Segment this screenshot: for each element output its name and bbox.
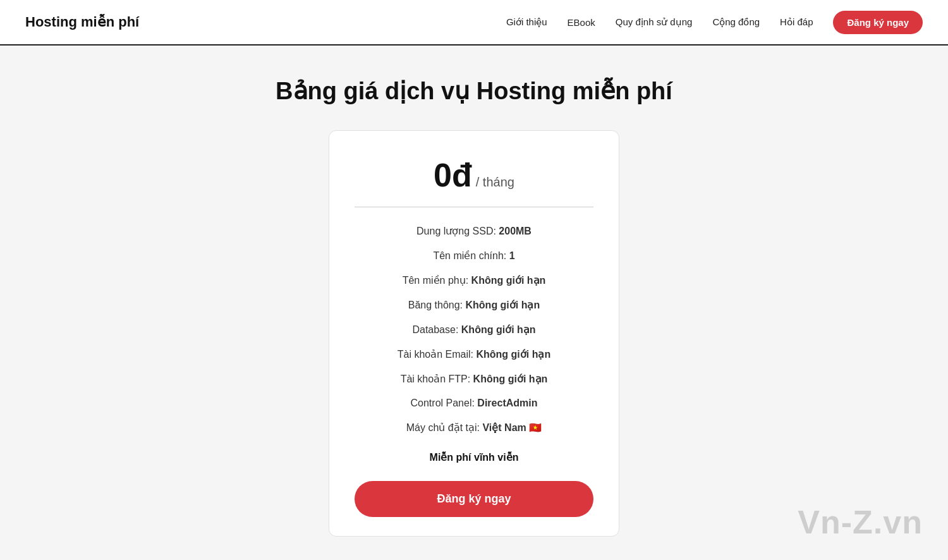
price-value: 0đ — [434, 157, 472, 193]
price-divider — [355, 207, 593, 207]
feature-control-panel-value: DirectAdmin — [477, 398, 537, 408]
nav-item-cong-dong[interactable]: Cộng đồng — [712, 16, 760, 28]
feature-database: Database: Không giới hạn — [355, 324, 593, 336]
feature-bandwidth: Băng thông: Không giới hạn — [355, 299, 593, 311]
pricing-card-wrapper: 0đ/ tháng Dung lượng SSD: 200MB Tên miền… — [0, 124, 948, 560]
feature-main-domain-label: Tên miền chính: — [433, 250, 509, 261]
feature-ssd-label: Dung lượng SSD: — [416, 226, 499, 236]
pricing-card: 0đ/ tháng Dung lượng SSD: 200MB Tên miền… — [329, 130, 619, 537]
feature-database-value: Không giới hạn — [461, 324, 536, 335]
nav-item-quy-dinh[interactable]: Quy định sử dụng — [616, 16, 693, 28]
feature-ssd: Dung lượng SSD: 200MB — [355, 225, 593, 237]
nav-cta-button[interactable]: Đăng ký ngay — [833, 11, 923, 34]
nav-item-hoi-dap[interactable]: Hỏi đáp — [780, 16, 813, 28]
page-title: Bảng giá dịch vụ Hosting miễn phí — [13, 77, 935, 105]
feature-control-panel: Control Panel: DirectAdmin — [355, 398, 593, 409]
feature-ftp-label: Tài khoản FTP: — [401, 374, 473, 384]
cta-button[interactable]: Đăng ký ngay — [355, 481, 593, 517]
feature-sub-domain-label: Tên miền phụ: — [403, 275, 471, 286]
nav-item-ebook[interactable]: EBook — [568, 17, 595, 28]
brand-logo: Hosting miễn phí — [25, 14, 139, 30]
page-title-section: Bảng giá dịch vụ Hosting miễn phí — [0, 46, 948, 124]
feature-server-location-label: Máy chủ đặt tại: — [406, 422, 483, 433]
feature-bandwidth-value: Không giới hạn — [466, 300, 540, 310]
feature-ftp: Tài khoản FTP: Không giới hạn — [355, 373, 593, 385]
feature-bandwidth-label: Băng thông: — [408, 300, 466, 310]
feature-main-domain: Tên miền chính: 1 — [355, 250, 593, 262]
feature-database-label: Database: — [412, 324, 461, 335]
feature-server-location-value: Việt Nam 🇻🇳 — [482, 422, 542, 433]
feature-ssd-value: 200MB — [499, 226, 532, 236]
feature-email: Tài khoản Email: Không giới hạn — [355, 348, 593, 360]
feature-control-panel-label: Control Panel: — [411, 398, 478, 408]
navbar: Hosting miễn phí Giới thiệu EBook Quy đị… — [0, 0, 948, 46]
price-period: / tháng — [476, 175, 514, 189]
feature-email-value: Không giới hạn — [476, 349, 550, 360]
nav-item-gioi-thieu[interactable]: Giới thiệu — [506, 16, 547, 28]
feature-ftp-value: Không giới hạn — [473, 374, 548, 384]
feature-sub-domain-value: Không giới hạn — [471, 275, 546, 286]
highlight-row: Miễn phí vĩnh viễn — [355, 451, 593, 463]
feature-sub-domain: Tên miền phụ: Không giới hạn — [355, 274, 593, 286]
feature-email-label: Tài khoản Email: — [398, 349, 477, 360]
feature-main-domain-value: 1 — [509, 250, 515, 261]
price-row: 0đ/ tháng — [355, 156, 593, 194]
nav-links: Giới thiệu EBook Quy định sử dụng Cộng đ… — [506, 11, 923, 34]
feature-server-location: Máy chủ đặt tại: Việt Nam 🇻🇳 — [355, 422, 593, 434]
feature-list: Dung lượng SSD: 200MB Tên miền chính: 1 … — [355, 225, 593, 434]
